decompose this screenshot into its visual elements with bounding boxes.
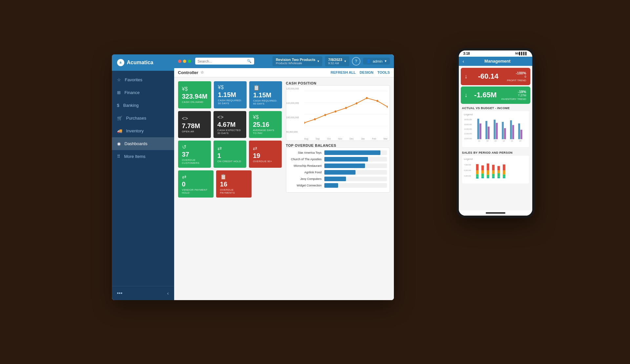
svg-rect-19 [479,123,481,139]
svg-rect-22 [494,120,496,139]
sidebar-item-inventory[interactable]: 🚚 Inventory [112,125,174,137]
search-input[interactable] [198,59,246,63]
truck-icon: 🚚 [117,128,122,133]
sidebar-item-label: Banking [123,103,139,108]
metric-cash-30[interactable]: ¥$ 1.15M CASH REQUIRED: 30 DAYS [214,81,247,108]
maximize-button[interactable] [188,60,191,63]
balance-item-0: Star America Toys [289,150,387,155]
metric-label: CASH REQUIRED: 30 DAYS [218,99,243,105]
mobile-legend: Legend [464,113,527,116]
mobile-chart-income-title: ACTUAL VS BUDGET - INCOME [462,106,529,110]
balance-bar [324,170,356,175]
sidebar-item-dashboards[interactable]: ◉ Dashboards [112,137,174,150]
topbar: 🔍 Revision Two Products Products Wholesa… [174,54,394,68]
profit-sub: 0 [507,75,526,78]
sidebar-item-label: Dashboards [125,141,148,146]
sidebar-item-more[interactable]: ⠿ More Items [112,150,174,163]
company-selector[interactable]: Revision Two Products Products Wholesale… [273,56,322,66]
time-display: 9:32 AM [328,62,342,65]
metric-overdue-customers[interactable]: ↺ 37 OVERDUE CUSTOMERS [178,141,211,168]
profit-value: -60.14 [478,72,498,81]
metric-overdue-payments[interactable]: 📋 16 OVERDUE PAYMENTS [216,170,252,198]
main-content: 🔍 Revision Two Products Products Wholesa… [174,54,394,300]
svg-rect-49 [487,175,489,177]
balance-bar-wrap [324,157,387,162]
mobile-chart-income-box: Legend 18,000,000 16,000,000 14,000,000 … [462,111,529,147]
svg-rect-61 [503,174,505,177]
metric-overdue-90[interactable]: ⇄ 19 OVERDUE 90+ [249,141,282,168]
svg-text:Q2: Q2 [503,140,505,142]
chevron-down-icon: ▾ [385,59,387,63]
svg-point-4 [304,122,305,124]
svg-rect-50 [487,177,489,178]
mobile-chart-sales-title: SALES BY PERIOD AND PERSON [462,151,529,154]
refresh-all-button[interactable]: REFRESH ALL [331,70,356,74]
metric-value: 16 [220,181,248,188]
username-label: admin [373,59,383,63]
breadcrumb: Controller ☆ [178,70,204,75]
metric-cash-expected[interactable]: <> 4.67M CASH EXPECTED 30 DAYS [213,111,246,138]
user-selector[interactable]: 👤 admin ▾ [363,58,390,65]
favorite-star-icon[interactable]: ☆ [200,70,204,75]
svg-point-9 [356,102,357,104]
app-name: Acumatica [127,60,153,66]
balance-label: Widget Connection [289,184,322,187]
metric-open-ar[interactable]: <> 7.78M OPEN AR [178,111,211,138]
mobile-metric-inventory[interactable]: ↓ -1.65M -19% 7.27M INVENTORY TREND [461,86,530,104]
svg-rect-39 [476,164,478,170]
balance-label: Star America Toys [289,151,322,154]
page-header: Controller ☆ REFRESH ALL DESIGN TOOLS [174,68,394,77]
balance-bar-wrap [324,183,387,188]
design-button[interactable]: DESIGN [360,70,374,74]
svg-rect-23 [496,123,498,139]
help-button[interactable]: ? [352,57,360,66]
mobile-device: 3:18 5G▌▌▌▌ ‹ Management ↓ -60.14 -100% … [456,48,535,218]
svg-rect-20 [485,121,487,139]
metric-cash-60[interactable]: 📋 1.15M CASH REQUIRED: 60 DAYS [249,81,282,108]
svg-rect-43 [481,165,484,170]
metric-cash-on-hand[interactable]: ¥$ 323.94M CASH ON-HAND [178,81,212,108]
sidebar-item-label: Inventory [126,128,144,133]
close-button[interactable] [178,60,181,63]
sidebar-item-label: Purchases [126,116,146,121]
balance-item-4: Jevy Computers [289,177,387,181]
sidebar-item-banking[interactable]: $ Banking [112,99,174,112]
sidebar-item-purchases[interactable]: 🛒 Purchases [112,112,174,125]
metric-value: 25.16 [253,121,278,128]
sidebar-item-finance[interactable]: ⊞ Finance [112,86,174,99]
svg-rect-55 [497,166,500,170]
mobile-back-button[interactable]: ‹ [463,59,464,64]
metric-value: 0 [182,181,210,188]
inventory-sub: 7.27M [501,94,526,97]
minimize-button[interactable] [183,60,186,63]
svg-text:Q3: Q3 [495,140,497,142]
svg-point-11 [376,100,378,102]
datetime-selector[interactable]: 7/8/2023 9:32 AM ▾ [325,56,349,66]
metric-vendor-hold[interactable]: ⇄ 0 VENDOR PAYMENT HOLD [178,170,213,198]
svg-rect-62 [503,177,505,178]
svg-text:16,000,000: 16,000,000 [464,124,472,125]
sidebar-item-favorites[interactable]: ☆ Favorites [112,73,174,86]
profit-arrow-icon: ↓ [465,73,468,80]
search-box[interactable]: 🔍 [195,58,254,65]
svg-rect-24 [502,122,504,139]
chevron-down-icon: ▾ [317,59,319,63]
metric-label: AVERAGE DAYS TO PAY [253,129,278,135]
svg-rect-42 [476,177,478,179]
x-label: Feb [372,138,376,140]
svg-text:10,000,000: 10,000,000 [464,138,472,139]
header-actions: REFRESH ALL DESIGN TOOLS [331,70,390,74]
dollar-icon: $ [117,103,119,108]
svg-rect-47 [487,163,489,170]
metric-avg-days[interactable]: ¥$ 25.16 AVERAGE DAYS TO PAY [249,111,282,138]
svg-rect-45 [481,173,484,177]
sidebar-item-label: More Items [124,154,146,159]
metric-label: CASH ON-HAND [182,101,208,104]
svg-rect-57 [497,173,500,177]
profit-info: -100% 0 PROFIT TREND [507,71,526,82]
mobile-metric-profit[interactable]: ↓ -60.14 -100% 0 PROFIT TREND [461,68,530,85]
collapse-button[interactable]: ‹ [167,291,169,296]
tools-button[interactable]: TOOLS [377,70,390,74]
metric-credit-hold[interactable]: ⇄ 1 ON CREDIT HOLD [213,141,246,168]
cart-icon: 🛒 [117,116,122,121]
